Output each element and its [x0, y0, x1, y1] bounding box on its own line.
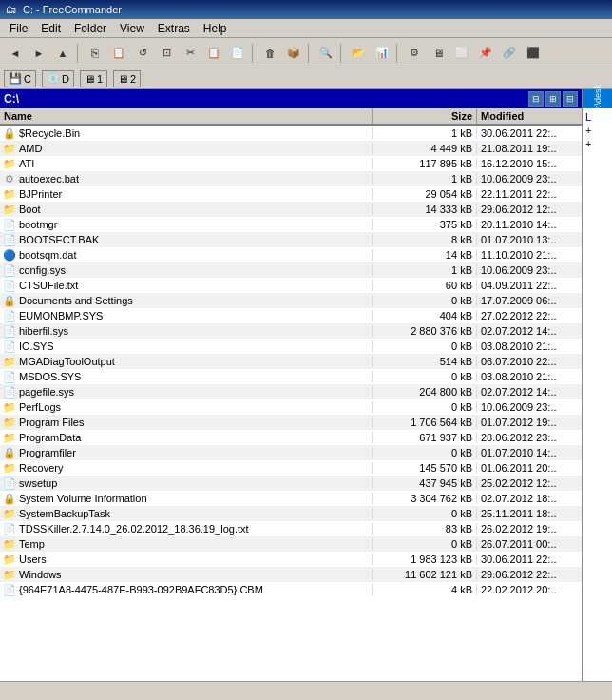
tb-extra1[interactable]: ⚙ [403, 42, 426, 65]
menu-view[interactable]: View [114, 21, 150, 36]
file-icon: 📁 [2, 186, 17, 202]
tb-extra3[interactable]: ⬜ [450, 42, 473, 65]
table-row[interactable]: 📄 EUMONBMP.SYS 404 kB 27.02.2012 22:.. [0, 308, 582, 323]
table-row[interactable]: ⚙ autoexec.bat 1 kB 10.06.2009 23:.. [0, 171, 582, 186]
drive-c-icon: 💾 [9, 72, 22, 85]
tb-extra4[interactable]: 📌 [474, 42, 497, 65]
drive-c[interactable]: 💾 C [4, 70, 36, 88]
file-name: bootsqm.dat [17, 249, 373, 261]
table-row[interactable]: 📄 pagefile.sys 204 800 kB 02.07.2012 14:… [0, 384, 582, 399]
table-row[interactable]: 📄 bootmgr 375 kB 20.11.2010 14:.. [0, 217, 582, 232]
menu-folder[interactable]: Folder [68, 21, 112, 36]
table-row[interactable]: 📄 MSDOS.SYS 0 kB 03.08.2010 21:.. [0, 369, 582, 384]
file-name: ATI [17, 158, 373, 169]
title-bar-text: C: - FreeCommander [23, 4, 122, 15]
file-icon: 🔒 [2, 445, 17, 460]
file-icon: 📄 [2, 262, 17, 278]
tb-extra6[interactable]: ⬛ [522, 42, 545, 65]
file-icon: 📁 [2, 141, 17, 156]
table-row[interactable]: 📁 MGADiagToolOutput 514 kB 06.07.2010 22… [0, 354, 582, 369]
menu-file[interactable]: File [4, 21, 33, 36]
path-btn-1[interactable]: ⊟ [528, 91, 544, 107]
table-row[interactable]: 📄 {964E71A8-4475-487E-B993-092B9AFC83D5}… [0, 582, 582, 597]
file-size: 0 kB [373, 371, 477, 382]
file-name: Recovery [17, 462, 373, 474]
menu-help[interactable]: Help [198, 21, 233, 36]
drive-bar: 💾 C 💿 D 🖥 1 🖥 2 [0, 68, 612, 89]
table-row[interactable]: 📁 Temp 0 kB 26.07.2011 00:.. [0, 536, 582, 552]
drive-2[interactable]: 🖥 2 [113, 70, 141, 88]
col-modified-header[interactable]: Modified [477, 108, 582, 124]
file-icon: 📁 [2, 536, 17, 552]
table-row[interactable]: 📁 PerfLogs 0 kB 10.06.2009 23:.. [0, 399, 582, 415]
table-row[interactable]: 📁 BJPrinter 29 054 kB 22.11.2011 22:.. [0, 186, 582, 202]
table-row[interactable]: 📄 hiberfil.sys 2 880 376 kB 02.07.2012 1… [0, 323, 582, 339]
table-row[interactable]: 🔒 Documents and Settings 0 kB 17.07.2009… [0, 293, 582, 308]
table-row[interactable]: 📁 AMD 4 449 kB 21.08.2011 19:.. [0, 141, 582, 156]
tb-copy[interactable]: ⎘ [84, 42, 106, 65]
tb-extra2[interactable]: 🖥 [427, 42, 449, 65]
drive-d[interactable]: 💿 D [42, 70, 74, 88]
table-row[interactable]: 📄 TDSSKiller.2.7.14.0_26.02.2012_18.36.1… [0, 521, 582, 536]
col-size-header[interactable]: Size [373, 108, 477, 124]
table-row[interactable]: 📄 config.sys 1 kB 10.06.2009 23:.. [0, 262, 582, 278]
file-size: 3 304 762 kB [373, 493, 477, 504]
tree-item-3[interactable]: + [585, 137, 610, 150]
tb-cut[interactable]: ✂ [179, 42, 201, 65]
file-icon: 🔒 [2, 491, 17, 506]
file-date: 01.06.2011 20:.. [477, 462, 582, 474]
tb-extra5[interactable]: 🔗 [498, 42, 521, 65]
menu-extras[interactable]: Extras [152, 21, 196, 36]
table-row[interactable]: 🔒 Programfiler 0 kB 01.07.2010 14:.. [0, 445, 582, 460]
file-date: 02.07.2012 14:.. [477, 386, 582, 398]
table-row[interactable]: 📄 CTSUFile.txt 60 kB 04.09.2011 22:.. [0, 278, 582, 293]
tree-item-2[interactable]: + [585, 124, 610, 137]
tb-pack[interactable]: 📦 [282, 42, 305, 65]
tb-refresh[interactable]: ↺ [131, 42, 154, 65]
file-list[interactable]: 🔒 $Recycle.Bin 1 kB 30.06.2011 22:.. 📁 A… [0, 126, 582, 681]
file-date: 01.07.2010 13:.. [477, 234, 582, 245]
tb-folder-open[interactable]: 📂 [347, 42, 370, 65]
table-row[interactable]: 📁 Users 1 983 123 kB 30.06.2011 22:.. [0, 552, 582, 567]
table-row[interactable]: 📄 BOOTSECT.BAK 8 kB 01.07.2010 13:.. [0, 232, 582, 247]
table-row[interactable]: 📁 Program Files 1 706 564 kB 01.07.2012 … [0, 415, 582, 430]
tb-sep4 [340, 44, 344, 63]
tb-back[interactable]: ◄ [4, 42, 27, 65]
menu-edit[interactable]: Edit [35, 21, 67, 36]
file-size: 8 kB [373, 234, 477, 245]
file-name: hiberfil.sys [17, 325, 373, 337]
table-row[interactable]: 🔵 bootsqm.dat 14 kB 11.10.2010 21:.. [0, 247, 582, 262]
tb-up[interactable]: ▲ [51, 42, 74, 65]
table-row[interactable]: 📁 Boot 14 333 kB 29.06.2012 12:.. [0, 202, 582, 217]
path-btn-2[interactable]: ⊞ [545, 91, 561, 107]
tb-properties[interactable]: 📊 [371, 42, 393, 65]
file-name: System Volume Information [17, 493, 373, 504]
tb-copy2[interactable]: 📋 [202, 42, 225, 65]
table-row[interactable]: 📁 ATI 117 895 kB 16.12.2010 15:.. [0, 156, 582, 171]
tb-clone[interactable]: ⊡ [155, 42, 178, 65]
table-row[interactable]: 📄 IO.SYS 0 kB 03.08.2010 21:.. [0, 339, 582, 354]
file-icon: 📄 [2, 232, 17, 247]
left-panel: C:\ ⊟ ⊞ ⊟ Name Size Modified 🔒 $Recycle.… [0, 89, 583, 681]
tb-delete[interactable]: 🗑 [258, 42, 281, 65]
tb-forward[interactable]: ► [28, 42, 50, 65]
table-row[interactable]: 📁 Recovery 145 570 kB 01.06.2011 20:.. [0, 460, 582, 476]
tb-search[interactable]: 🔍 [315, 42, 337, 65]
table-row[interactable]: 📁 SystemBackupTask 0 kB 25.11.2011 18:.. [0, 506, 582, 521]
status-bar [0, 681, 612, 700]
drive-d-icon: 💿 [47, 72, 60, 85]
col-name-header[interactable]: Name [0, 108, 373, 124]
drive-1[interactable]: 🖥 1 [80, 70, 107, 88]
file-name: BJPrinter [17, 188, 373, 200]
tb-new[interactable]: 📄 [226, 42, 249, 65]
path-btn-3[interactable]: ⊟ [563, 91, 578, 107]
table-row[interactable]: 🔒 $Recycle.Bin 1 kB 30.06.2011 22:.. [0, 126, 582, 141]
table-row[interactable]: 📁 Windows 11 602 121 kB 29.06.2012 22:.. [0, 567, 582, 582]
file-icon: 📄 [2, 217, 17, 232]
table-row[interactable]: 🔒 System Volume Information 3 304 762 kB… [0, 491, 582, 506]
tb-paste[interactable]: 📋 [107, 42, 130, 65]
file-name: AMD [17, 143, 373, 154]
table-row[interactable]: 📄 swsetup 437 945 kB 25.02.2012 12:.. [0, 476, 582, 491]
tb-sep5 [396, 44, 400, 63]
table-row[interactable]: 📁 ProgramData 671 937 kB 28.06.2012 23:.… [0, 430, 582, 445]
